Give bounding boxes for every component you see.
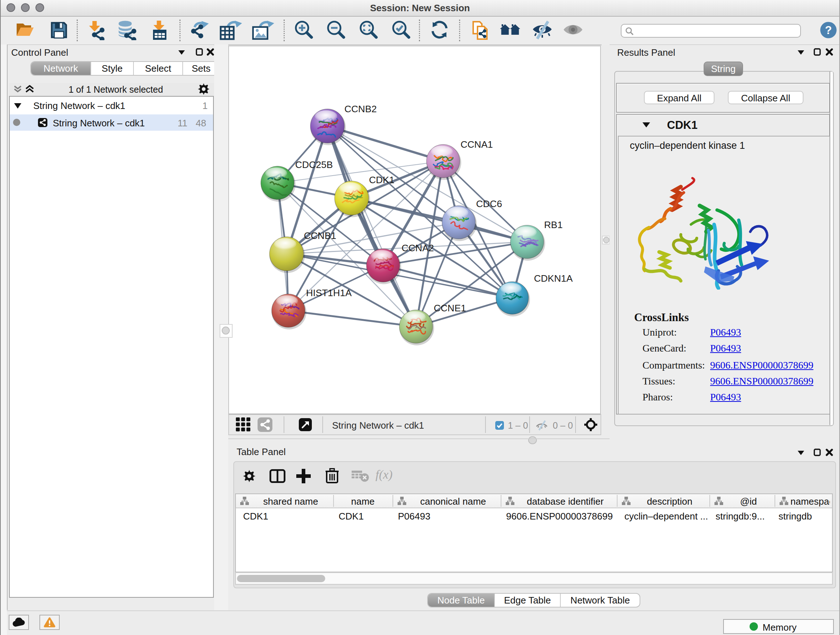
svg-text:CDC25B: CDC25B [295, 159, 333, 170]
svg-text:CDK1: CDK1 [369, 174, 394, 185]
svg-text:CCNB2: CCNB2 [344, 103, 377, 114]
svg-text:HIST1H1A: HIST1H1A [306, 287, 352, 298]
svg-text:CCNA2: CCNA2 [401, 242, 434, 253]
svg-text:CDKN1A: CDKN1A [534, 273, 573, 284]
svg-text:CDC6: CDC6 [476, 198, 502, 209]
svg-text:CCNE1: CCNE1 [434, 302, 466, 314]
svg-text:CCNB1: CCNB1 [304, 230, 336, 241]
svg-text:?: ? [825, 24, 832, 36]
svg-text:CCNA1: CCNA1 [461, 139, 493, 150]
svg-text:RB1: RB1 [544, 219, 562, 230]
